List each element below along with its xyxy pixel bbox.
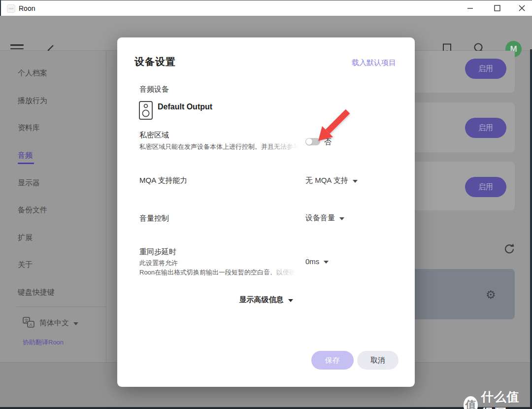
chevron-down-icon	[339, 217, 344, 220]
sidebar-item-displays[interactable]: 显示器	[18, 178, 40, 188]
resync-delay-description: Roon在输出格式切换前输出一段短暂的空白音。以便硬件	[139, 268, 299, 277]
sidebar-divider	[16, 307, 106, 307]
mqa-dropdown[interactable]: 无 MQA 支持	[305, 176, 358, 185]
chevron-down-icon	[73, 322, 78, 325]
window-edge	[0, 407, 532, 409]
load-defaults-link[interactable]: 载入默认项目	[352, 58, 396, 68]
sidebar-item-audio[interactable]: 音频	[18, 151, 33, 160]
watermark-text: 什么值得买	[481, 389, 532, 409]
device-settings-dialog: 设备设置 载入默认项目 音频设备 Default Output 私密区域 私密区…	[117, 37, 415, 387]
mqa-label: MQA 支持能力	[139, 176, 188, 185]
gear-icon[interactable]: ⚙	[486, 288, 496, 302]
chevron-down-icon	[353, 180, 358, 183]
speaker-icon	[138, 101, 154, 120]
settings-sidebar: 个人档案 播放行为 资料库 音频 显示器 备份文件 扩展 关于 键盘快捷键 文 …	[0, 51, 106, 362]
minimize-icon	[467, 5, 473, 11]
sidebar-item-profile[interactable]: 个人档案	[18, 68, 47, 78]
volume-control-dropdown-value: 设备音量	[305, 213, 335, 223]
cancel-button[interactable]: 取消	[357, 351, 399, 370]
close-button[interactable]	[510, 0, 532, 16]
enable-zone-button[interactable]: 启用	[465, 177, 506, 197]
enable-zone-button[interactable]: 启用	[465, 59, 506, 79]
save-button[interactable]: 保存	[311, 351, 354, 370]
chevron-down-icon	[288, 299, 293, 302]
volume-control-label: 音量控制	[139, 214, 169, 223]
private-zone-description: 私密区域只能在发声设备本体上进行控制。并且无法参与	[139, 142, 302, 151]
volume-control-dropdown[interactable]: 设备音量	[305, 213, 344, 223]
roon-app-icon: roon	[7, 4, 15, 13]
window-title: Roon	[19, 4, 35, 12]
watermark-badge-icon: 值	[464, 396, 478, 409]
window-titlebar: roon Roon	[0, 0, 532, 16]
show-advanced-toggle[interactable]: 显示高级信息	[117, 295, 415, 305]
sidebar-item-shortcuts[interactable]: 键盘快捷键	[18, 288, 55, 297]
maximize-button[interactable]	[486, 0, 508, 16]
translate-icon: 文 A	[23, 317, 35, 329]
resync-delay-dropdown[interactable]: 0ms	[305, 257, 329, 266]
resync-delay-label: 重同步延时	[139, 247, 176, 257]
mqa-dropdown-value: 无 MQA 支持	[305, 176, 348, 185]
maximize-icon	[494, 5, 500, 11]
resync-delay-dropdown-value: 0ms	[305, 257, 319, 266]
sidebar-item-playback[interactable]: 播放行为	[18, 96, 47, 105]
language-label: 简体中文	[39, 318, 69, 328]
enable-zone-button[interactable]: 启用	[465, 118, 506, 138]
svg-text:A: A	[29, 322, 32, 327]
chevron-down-icon	[324, 261, 329, 264]
device-name: Default Output	[158, 102, 212, 111]
show-advanced-label: 显示高级信息	[239, 295, 284, 305]
resync-delay-description: 此设置将允许	[139, 259, 302, 268]
help-translate-link[interactable]: 协助翻译Roon	[23, 338, 64, 347]
refresh-icon[interactable]	[503, 243, 515, 255]
sidebar-item-backups[interactable]: 备份文件	[18, 205, 47, 215]
watermark: 值 什么值得买	[464, 389, 532, 409]
sidebar-item-about[interactable]: 关于	[18, 260, 33, 270]
dialog-title: 设备设置	[134, 55, 176, 68]
toggle-knob	[306, 138, 312, 145]
annotation-arrow	[312, 106, 354, 147]
language-selector[interactable]: 文 A 简体中文	[23, 317, 78, 329]
close-icon	[519, 5, 525, 11]
sidebar-item-extensions[interactable]: 扩展	[18, 233, 33, 242]
audio-device-label: 音频设备	[139, 85, 169, 94]
minimize-button[interactable]	[459, 0, 482, 16]
private-zone-label: 私密区域	[139, 131, 169, 140]
sidebar-item-library[interactable]: 资料库	[18, 123, 40, 133]
window-edge	[530, 49, 532, 409]
